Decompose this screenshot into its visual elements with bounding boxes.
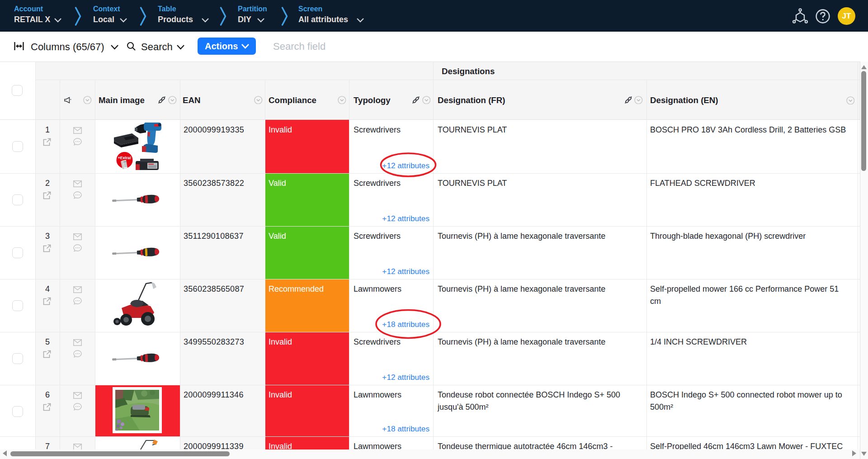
svg-text:+Extra!: +Extra! bbox=[118, 156, 132, 160]
